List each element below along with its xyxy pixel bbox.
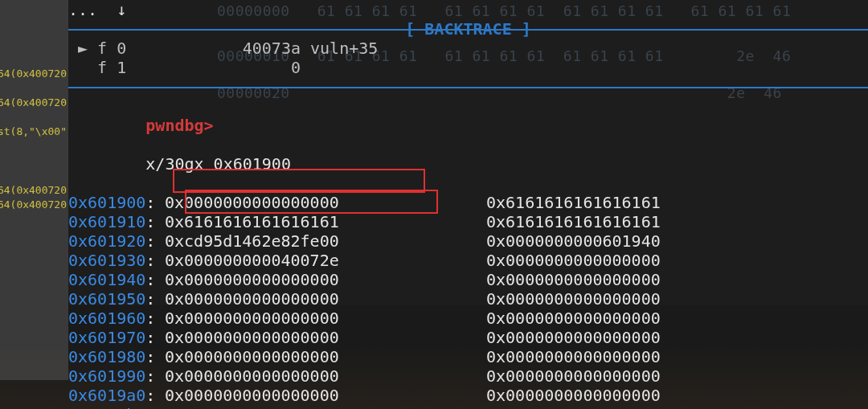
sidebar-fragment: =p64(0x400720 (0, 96, 68, 110)
sidebar-fragment (0, 110, 68, 125)
sidebar-fragment: =p64(0x400720 (0, 183, 68, 198)
memory-row: 0x6019b0:0x00000000000000000x00000000000… (68, 405, 868, 409)
sidebar-fragment: =p64(0x400720 (0, 67, 68, 81)
collapsed-indicator: ... ↓ (68, 0, 868, 19)
memory-row: 0x601990:0x00000000000000000x00000000000… (68, 366, 868, 386)
sidebar-fragment (0, 81, 68, 96)
sidebar-fragment (0, 139, 68, 183)
backtrace-frame: ► f 0 40073a vuln+35 (68, 39, 868, 58)
plain-divider (68, 77, 868, 96)
memory-row: 0x601970:0x00000000000000000x00000000000… (68, 328, 868, 347)
command-text: x/30gx 0x601900 (145, 154, 291, 174)
memory-row: 0x601900:0x00000000000000000x61616161616… (68, 193, 868, 212)
backtrace-frame: f 1 0 (68, 58, 868, 77)
command-line[interactable]: pwndbg> x/30gx 0x601900 (68, 96, 868, 193)
left-ghost-sidebar: =p64(0x400720 =p64(0x400720 ust(8,"\x00"… (0, 0, 68, 380)
memory-row: 0x601960:0x00000000000000000x00000000000… (68, 309, 868, 328)
backtrace-divider: [ BACKTRACE ] (68, 19, 868, 39)
memory-row: 0x601980:0x00000000000000000x00000000000… (68, 347, 868, 366)
sidebar-fragment (0, 22, 68, 67)
memory-row: 0x601930:0x000000000040072e0x00000000000… (68, 251, 868, 270)
terminal[interactable]: ... ↓ [ BACKTRACE ] ► f 0 40073a vuln+35… (68, 0, 868, 409)
memory-row: 0x601950:0x00000000000000000x00000000000… (68, 289, 868, 309)
backtrace-title: [ BACKTRACE ] (400, 19, 536, 39)
memory-row: 0x6019a0:0x00000000000000000x00000000000… (68, 386, 868, 405)
memory-row: 0x601940:0x00000000000000000x00000000000… (68, 270, 868, 289)
sidebar-fragment: =p64(0x400720 (0, 198, 68, 212)
memory-row: 0x601920:0xcd95d1462e82fe000x00000000006… (68, 231, 868, 251)
sidebar-fragment: ust(8,"\x00" (0, 125, 68, 139)
memory-row: 0x601910:0x61616161616161610x61616161616… (68, 212, 868, 231)
prompt: pwndbg> (145, 116, 213, 135)
